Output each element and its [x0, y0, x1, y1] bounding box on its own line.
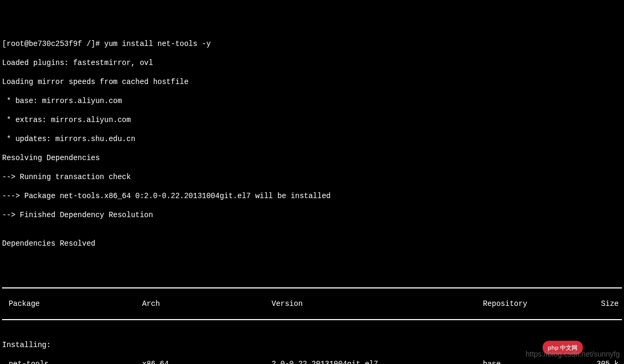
table-header-row: Package Arch Version Repository Size: [2, 299, 622, 309]
col-header-version: Version: [272, 299, 483, 309]
cell-arch: x86_64: [142, 359, 272, 364]
cell-version: 2.0-0.22.20131004git.el7: [272, 359, 483, 364]
installing-header: Installing:: [2, 340, 622, 350]
cell-repository: base: [483, 359, 585, 364]
output-line: * base: mirrors.aliyun.com: [2, 96, 622, 106]
table-header-divider: [2, 319, 622, 320]
col-header-size: Size: [585, 299, 622, 309]
watermark-text: https://blog.csdn.net/sunnyfg: [526, 349, 620, 359]
table-row: net-tools x86_64 2.0-0.22.20131004git.el…: [2, 359, 622, 364]
output-line: Resolving Dependencies: [2, 153, 622, 163]
col-header-repository: Repository: [483, 299, 585, 309]
output-line: * updates: mirrors.shu.edu.cn: [2, 134, 622, 144]
output-line: Loading mirror speeds from cached hostfi…: [2, 77, 622, 87]
output-line: Loaded plugins: fastestmirror, ovl: [2, 58, 622, 68]
output-line: ---> Package net-tools.x86_64 0:2.0-0.22…: [2, 191, 622, 201]
cell-size: 305 k: [585, 359, 622, 364]
col-header-arch: Arch: [142, 299, 272, 309]
output-line: Dependencies Resolved: [2, 239, 622, 248]
output-line: --> Finished Dependency Resolution: [2, 210, 622, 220]
output-line: * extras: mirrors.aliyun.com: [2, 115, 622, 125]
shell-prompt: [root@be730c253f9f /]# yum install net-t…: [2, 39, 622, 49]
output-line: --> Running transaction check: [2, 172, 622, 182]
table-top-divider: [2, 287, 622, 288]
blank-line: [2, 267, 622, 277]
cell-package: net-tools: [2, 359, 142, 364]
col-header-package: Package: [2, 299, 142, 309]
